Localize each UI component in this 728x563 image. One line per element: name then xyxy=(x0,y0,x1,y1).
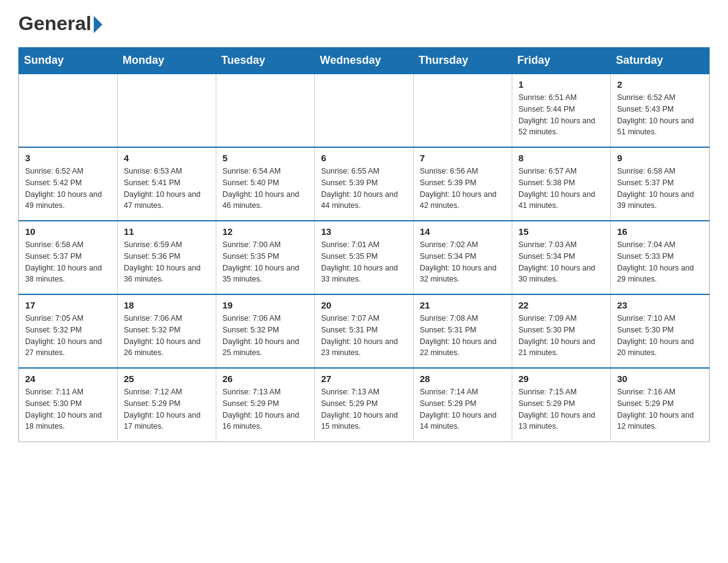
calendar-cell xyxy=(315,74,414,147)
calendar-week-row: 3Sunrise: 6:52 AM Sunset: 5:42 PM Daylig… xyxy=(19,147,710,221)
day-info: Sunrise: 6:53 AM Sunset: 5:41 PM Dayligh… xyxy=(124,166,210,212)
calendar-cell xyxy=(19,74,118,147)
day-number: 3 xyxy=(25,153,111,163)
day-number: 30 xyxy=(617,373,703,384)
day-number: 18 xyxy=(124,300,210,310)
day-info: Sunrise: 7:12 AM Sunset: 5:29 PM Dayligh… xyxy=(124,386,210,432)
calendar-cell: 11Sunrise: 6:59 AM Sunset: 5:36 PM Dayli… xyxy=(118,221,216,294)
day-info: Sunrise: 6:58 AM Sunset: 5:37 PM Dayligh… xyxy=(617,166,703,212)
day-number: 1 xyxy=(518,79,604,90)
day-number: 28 xyxy=(420,373,506,384)
day-info: Sunrise: 6:55 AM Sunset: 5:39 PM Dayligh… xyxy=(321,166,407,212)
calendar-cell: 1Sunrise: 6:51 AM Sunset: 5:44 PM Daylig… xyxy=(512,74,611,147)
day-info: Sunrise: 7:14 AM Sunset: 5:29 PM Dayligh… xyxy=(420,386,506,432)
calendar-cell: 22Sunrise: 7:09 AM Sunset: 5:30 PM Dayli… xyxy=(512,294,611,368)
calendar-cell: 24Sunrise: 7:11 AM Sunset: 5:30 PM Dayli… xyxy=(19,368,118,442)
calendar-cell: 18Sunrise: 7:06 AM Sunset: 5:32 PM Dayli… xyxy=(118,294,216,368)
calendar-cell: 17Sunrise: 7:05 AM Sunset: 5:32 PM Dayli… xyxy=(19,294,118,368)
calendar-week-row: 1Sunrise: 6:51 AM Sunset: 5:44 PM Daylig… xyxy=(19,74,710,147)
day-header-monday: Monday xyxy=(118,48,216,74)
day-number: 6 xyxy=(321,153,407,163)
day-info: Sunrise: 6:52 AM Sunset: 5:43 PM Dayligh… xyxy=(617,92,703,138)
day-number: 24 xyxy=(25,373,111,384)
day-info: Sunrise: 7:04 AM Sunset: 5:33 PM Dayligh… xyxy=(617,239,703,285)
day-info: Sunrise: 7:07 AM Sunset: 5:31 PM Dayligh… xyxy=(321,313,407,359)
day-number: 17 xyxy=(25,300,111,310)
page-header: General xyxy=(18,12,710,35)
day-header-sunday: Sunday xyxy=(19,48,118,74)
calendar-header-row: SundayMondayTuesdayWednesdayThursdayFrid… xyxy=(19,48,710,74)
day-info: Sunrise: 7:13 AM Sunset: 5:29 PM Dayligh… xyxy=(321,386,407,432)
day-number: 4 xyxy=(124,153,210,163)
day-info: Sunrise: 7:16 AM Sunset: 5:29 PM Dayligh… xyxy=(617,386,703,432)
calendar-cell: 28Sunrise: 7:14 AM Sunset: 5:29 PM Dayli… xyxy=(414,368,512,442)
calendar-cell: 5Sunrise: 6:54 AM Sunset: 5:40 PM Daylig… xyxy=(216,147,315,221)
calendar-cell: 23Sunrise: 7:10 AM Sunset: 5:30 PM Dayli… xyxy=(611,294,710,368)
calendar-cell: 6Sunrise: 6:55 AM Sunset: 5:39 PM Daylig… xyxy=(315,147,414,221)
day-header-saturday: Saturday xyxy=(611,48,710,74)
day-header-wednesday: Wednesday xyxy=(315,48,414,74)
day-number: 26 xyxy=(222,373,308,384)
calendar-cell: 10Sunrise: 6:58 AM Sunset: 5:37 PM Dayli… xyxy=(19,221,118,294)
day-number: 5 xyxy=(222,153,308,163)
calendar-cell: 7Sunrise: 6:56 AM Sunset: 5:39 PM Daylig… xyxy=(414,147,512,221)
calendar-cell: 27Sunrise: 7:13 AM Sunset: 5:29 PM Dayli… xyxy=(315,368,414,442)
day-info: Sunrise: 7:06 AM Sunset: 5:32 PM Dayligh… xyxy=(222,313,308,359)
day-info: Sunrise: 6:52 AM Sunset: 5:42 PM Dayligh… xyxy=(25,166,111,212)
day-info: Sunrise: 7:06 AM Sunset: 5:32 PM Dayligh… xyxy=(124,313,210,359)
day-number: 20 xyxy=(321,300,407,310)
logo-general: General xyxy=(18,12,91,35)
calendar-cell: 14Sunrise: 7:02 AM Sunset: 5:34 PM Dayli… xyxy=(414,221,512,294)
day-number: 15 xyxy=(518,226,604,237)
calendar-table: SundayMondayTuesdayWednesdayThursdayFrid… xyxy=(18,47,710,442)
day-number: 19 xyxy=(222,300,308,310)
day-info: Sunrise: 7:11 AM Sunset: 5:30 PM Dayligh… xyxy=(25,386,111,432)
day-number: 29 xyxy=(518,373,604,384)
calendar-cell xyxy=(118,74,216,147)
calendar-cell: 21Sunrise: 7:08 AM Sunset: 5:31 PM Dayli… xyxy=(414,294,512,368)
day-info: Sunrise: 7:00 AM Sunset: 5:35 PM Dayligh… xyxy=(222,239,308,285)
calendar-cell: 3Sunrise: 6:52 AM Sunset: 5:42 PM Daylig… xyxy=(19,147,118,221)
day-info: Sunrise: 7:08 AM Sunset: 5:31 PM Dayligh… xyxy=(420,313,506,359)
day-info: Sunrise: 7:15 AM Sunset: 5:29 PM Dayligh… xyxy=(518,386,604,432)
calendar-cell xyxy=(414,74,512,147)
calendar-cell: 9Sunrise: 6:58 AM Sunset: 5:37 PM Daylig… xyxy=(611,147,710,221)
day-number: 11 xyxy=(124,226,210,237)
day-number: 7 xyxy=(420,153,506,163)
calendar-cell: 4Sunrise: 6:53 AM Sunset: 5:41 PM Daylig… xyxy=(118,147,216,221)
calendar-week-row: 17Sunrise: 7:05 AM Sunset: 5:32 PM Dayli… xyxy=(19,294,710,368)
day-info: Sunrise: 7:13 AM Sunset: 5:29 PM Dayligh… xyxy=(222,386,308,432)
day-info: Sunrise: 7:01 AM Sunset: 5:35 PM Dayligh… xyxy=(321,239,407,285)
day-number: 14 xyxy=(420,226,506,237)
day-info: Sunrise: 6:51 AM Sunset: 5:44 PM Dayligh… xyxy=(518,92,604,138)
calendar-cell: 15Sunrise: 7:03 AM Sunset: 5:34 PM Dayli… xyxy=(512,221,611,294)
calendar-week-row: 10Sunrise: 6:58 AM Sunset: 5:37 PM Dayli… xyxy=(19,221,710,294)
day-number: 16 xyxy=(617,226,703,237)
day-header-thursday: Thursday xyxy=(414,48,512,74)
day-number: 23 xyxy=(617,300,703,310)
calendar-cell: 25Sunrise: 7:12 AM Sunset: 5:29 PM Dayli… xyxy=(118,368,216,442)
calendar-cell: 26Sunrise: 7:13 AM Sunset: 5:29 PM Dayli… xyxy=(216,368,315,442)
calendar-cell xyxy=(216,74,315,147)
day-info: Sunrise: 7:02 AM Sunset: 5:34 PM Dayligh… xyxy=(420,239,506,285)
day-info: Sunrise: 6:59 AM Sunset: 5:36 PM Dayligh… xyxy=(124,239,210,285)
calendar-week-row: 24Sunrise: 7:11 AM Sunset: 5:30 PM Dayli… xyxy=(19,368,710,442)
calendar-cell: 16Sunrise: 7:04 AM Sunset: 5:33 PM Dayli… xyxy=(611,221,710,294)
day-number: 2 xyxy=(617,79,703,90)
day-number: 10 xyxy=(25,226,111,237)
day-info: Sunrise: 7:10 AM Sunset: 5:30 PM Dayligh… xyxy=(617,313,703,359)
day-info: Sunrise: 7:03 AM Sunset: 5:34 PM Dayligh… xyxy=(518,239,604,285)
day-number: 21 xyxy=(420,300,506,310)
day-header-friday: Friday xyxy=(512,48,611,74)
calendar-cell: 8Sunrise: 6:57 AM Sunset: 5:38 PM Daylig… xyxy=(512,147,611,221)
day-number: 9 xyxy=(617,153,703,163)
day-number: 13 xyxy=(321,226,407,237)
day-info: Sunrise: 6:57 AM Sunset: 5:38 PM Dayligh… xyxy=(518,166,604,212)
calendar-cell: 2Sunrise: 6:52 AM Sunset: 5:43 PM Daylig… xyxy=(611,74,710,147)
day-info: Sunrise: 7:05 AM Sunset: 5:32 PM Dayligh… xyxy=(25,313,111,359)
logo-arrow-icon xyxy=(94,16,102,33)
day-info: Sunrise: 6:56 AM Sunset: 5:39 PM Dayligh… xyxy=(420,166,506,212)
day-header-tuesday: Tuesday xyxy=(216,48,315,74)
calendar-cell: 13Sunrise: 7:01 AM Sunset: 5:35 PM Dayli… xyxy=(315,221,414,294)
calendar-cell: 19Sunrise: 7:06 AM Sunset: 5:32 PM Dayli… xyxy=(216,294,315,368)
